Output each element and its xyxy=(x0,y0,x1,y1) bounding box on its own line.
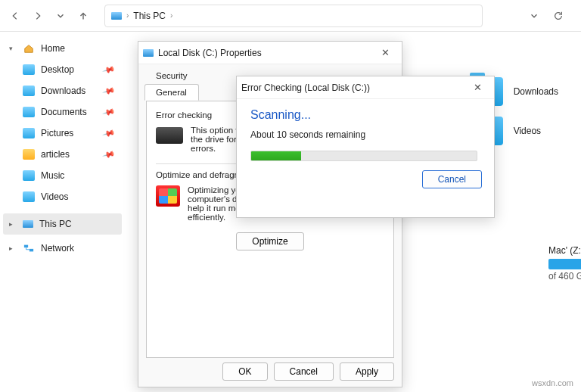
sidebar-item-documents[interactable]: Documents📌 xyxy=(17,101,122,123)
folder-icon xyxy=(23,107,35,117)
btn-label: OK xyxy=(238,366,251,377)
folder-icon xyxy=(23,149,35,160)
sidebar-item-label: Downloads xyxy=(41,86,85,96)
pc-icon xyxy=(111,12,122,20)
recent-dropdown[interactable] xyxy=(50,5,71,26)
sidebar-this-pc-label: This PC xyxy=(39,219,72,229)
sidebar-item-label: Desktop xyxy=(41,64,74,75)
chevron-right-icon[interactable]: ▸ xyxy=(9,220,17,228)
tab-general[interactable]: General xyxy=(144,84,199,101)
sidebar-item-music[interactable]: Music xyxy=(17,165,122,186)
sidebar-item-articles[interactable]: articles📌 xyxy=(17,144,122,165)
pin-icon: 📌 xyxy=(102,148,117,161)
folder-icon xyxy=(23,86,35,96)
cancel-button[interactable]: Cancel xyxy=(274,362,334,381)
dialog-titlebar[interactable]: Local Disk (C:) Properties ✕ xyxy=(138,42,402,64)
sidebar-item-label: Music xyxy=(41,170,64,181)
disk-icon xyxy=(143,49,154,57)
sidebar-item-label: Documents xyxy=(41,107,87,117)
nav-sidebar: ▾ Home Desktop📌 Downloads📌 Documents📌 Pi… xyxy=(0,32,125,392)
sidebar-this-pc[interactable]: ▸ This PC xyxy=(3,213,122,235)
folder-icon xyxy=(23,128,35,138)
btn-label: Optimize xyxy=(252,236,287,247)
ok-button[interactable]: OK xyxy=(222,362,267,381)
sidebar-item-videos[interactable]: Videos xyxy=(17,186,122,207)
network-icon xyxy=(23,243,35,254)
btn-label: Cancel xyxy=(290,366,318,377)
drive-usage-bar xyxy=(548,259,581,269)
refresh-button[interactable] xyxy=(548,5,569,26)
optimize-button[interactable]: Optimize xyxy=(236,232,303,250)
close-button[interactable]: ✕ xyxy=(465,82,489,93)
folder-icon xyxy=(23,170,35,181)
scan-remaining: About 10 seconds remaining xyxy=(250,129,480,140)
pin-icon: 📌 xyxy=(102,63,117,76)
dialog-title: Error Checking (Local Disk (C:)) xyxy=(241,82,370,93)
chevron-right-icon: › xyxy=(170,11,172,20)
svg-rect-0 xyxy=(24,245,28,248)
home-icon xyxy=(23,43,35,54)
sidebar-item-label: Videos xyxy=(41,191,68,202)
pin-icon: 📌 xyxy=(102,105,117,119)
pin-icon: 📌 xyxy=(102,126,117,140)
progress-fill xyxy=(251,151,301,160)
chevron-right-icon[interactable]: ▸ xyxy=(9,244,17,252)
up-button[interactable] xyxy=(73,5,94,26)
sidebar-item-label: Pictures xyxy=(41,128,73,138)
watermark: wsxdn.com xyxy=(532,378,573,387)
scan-heading: Scanning... xyxy=(250,108,480,122)
pc-icon xyxy=(23,220,33,228)
drive-label: Mac' (Z:) xyxy=(548,245,581,256)
tab-label: Security xyxy=(156,71,188,80)
btn-label: Apply xyxy=(356,366,378,377)
address-bar[interactable]: › This PC › xyxy=(104,5,483,27)
sidebar-item-downloads[interactable]: Downloads📌 xyxy=(17,80,122,101)
harddrive-icon xyxy=(156,127,183,144)
sidebar-item-label: articles xyxy=(41,149,70,160)
sidebar-item-pictures[interactable]: Pictures📌 xyxy=(17,123,122,144)
cancel-scan-button[interactable]: Cancel xyxy=(422,170,482,188)
chevron-right-icon: › xyxy=(126,11,129,20)
dropdown-button[interactable] xyxy=(524,5,545,26)
defrag-icon xyxy=(156,185,180,207)
error-checking-dialog: Error Checking (Local Disk (C:)) ✕ Scann… xyxy=(236,76,495,218)
tab-label: General xyxy=(156,88,187,97)
drive-tile-mac[interactable]: Mac' (Z:) of 460 GB xyxy=(548,245,581,282)
apply-button[interactable]: Apply xyxy=(340,362,394,381)
folder-icon xyxy=(23,64,35,75)
toolbar: › This PC › xyxy=(0,0,581,32)
dialog-titlebar[interactable]: Error Checking (Local Disk (C:)) ✕ xyxy=(237,76,494,99)
sidebar-network-label: Network xyxy=(41,243,74,254)
svg-rect-1 xyxy=(30,249,33,252)
chevron-down-icon[interactable]: ▾ xyxy=(9,45,17,52)
sidebar-network[interactable]: ▸ Network xyxy=(3,238,122,259)
folder-icon xyxy=(23,191,35,202)
sidebar-item-desktop[interactable]: Desktop📌 xyxy=(17,59,122,80)
close-button[interactable]: ✕ xyxy=(373,47,397,58)
btn-label: Cancel xyxy=(438,174,466,185)
breadcrumb-this-pc[interactable]: This PC xyxy=(133,11,166,21)
forward-button[interactable] xyxy=(27,5,48,26)
sidebar-home-label: Home xyxy=(41,43,65,54)
back-button[interactable] xyxy=(5,5,26,26)
tab-security[interactable]: Security xyxy=(144,67,199,84)
dialog-title: Local Disk (C:) Properties xyxy=(158,48,262,58)
sidebar-home[interactable]: ▾ Home xyxy=(3,38,122,59)
scan-progress-bar xyxy=(250,151,477,161)
folder-label: Videos xyxy=(514,126,541,136)
folder-label: Downloads xyxy=(514,86,558,97)
pin-icon: 📌 xyxy=(102,84,117,98)
drive-sub: of 460 GB xyxy=(548,271,581,282)
